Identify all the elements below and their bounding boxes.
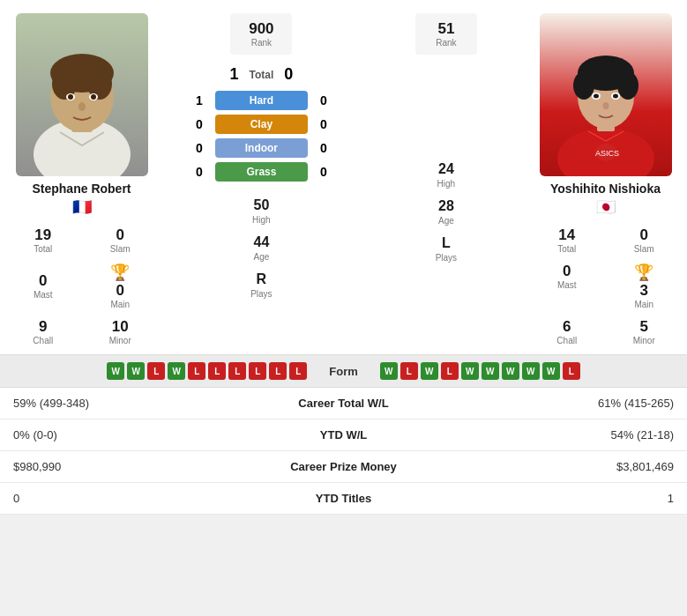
- left-form-7: L: [228, 362, 246, 380]
- surfaces-block: 1 Hard 0 0 Clay 0 0 Indoor 0: [159, 91, 364, 182]
- left-player-name: Stephane Robert: [32, 182, 131, 196]
- right-age-center: 28 Age: [438, 198, 454, 226]
- right-plays-center: L Plays: [436, 235, 457, 263]
- career-wl-left: 59% (499-348): [13, 397, 247, 410]
- right-form-9: W: [542, 362, 560, 380]
- center-left-stats: 900 Rank: [159, 13, 364, 55]
- hard-right-score: 0: [315, 93, 332, 108]
- career-wl-label: Career Total W/L: [247, 397, 441, 410]
- right-center-stats: 51 Rank 24 High 28 Age L Plays: [364, 13, 528, 350]
- career-wl-right: 61% (415-265): [441, 397, 675, 410]
- surface-indoor-row: 0 Indoor 0: [190, 138, 332, 158]
- hard-badge: Hard: [215, 91, 308, 110]
- right-high-center: 24 High: [437, 161, 456, 189]
- right-trophy-icon-area: 🏆 3 Main: [606, 258, 683, 314]
- form-center-label: Form: [316, 365, 371, 378]
- clay-right-score: 0: [315, 117, 332, 131]
- form-section: W W L W L L L L L L Form W L W L W W W W…: [0, 355, 687, 387]
- right-rank-display: 51 Rank: [415, 13, 477, 55]
- prize-money-right: $3,801,469: [441, 460, 675, 473]
- right-form-8: W: [522, 362, 540, 380]
- right-form-6: W: [482, 362, 499, 380]
- ytd-wl-label: YTD W/L: [247, 428, 441, 442]
- right-player-photo: ASICS: [540, 13, 672, 176]
- svg-point-8: [68, 94, 73, 100]
- ytd-titles-right: 1: [441, 492, 675, 505]
- left-slam-stat: 0 Slam: [82, 222, 160, 258]
- ytd-wl-left: 0% (0-0): [13, 428, 247, 442]
- svg-point-11: [78, 102, 86, 111]
- ytd-titles-row: 0 YTD Titles 1: [0, 483, 687, 515]
- clay-badge: Clay: [215, 115, 308, 134]
- ytd-titles-left: 0: [13, 492, 247, 505]
- center-extra-stats: 50 High 44 Age R Plays: [250, 190, 272, 299]
- surface-hard-row: 1 Hard 0: [190, 91, 332, 110]
- ytd-titles-label: YTD Titles: [247, 492, 441, 505]
- svg-point-20: [594, 94, 599, 99]
- svg-point-18: [617, 71, 638, 100]
- right-mast-stat: 0 Mast: [528, 258, 606, 314]
- surface-clay-row: 0 Clay 0: [190, 115, 332, 134]
- left-minor-stat: 10 Minor: [82, 314, 160, 350]
- left-form-6: L: [208, 362, 226, 380]
- prize-money-row: $980,990 Career Prize Money $3,801,469: [0, 451, 687, 483]
- left-form-4: W: [168, 362, 185, 380]
- right-extra-stats: 24 High 28 Age L Plays: [436, 154, 457, 263]
- right-form-3: W: [421, 362, 438, 380]
- total-label: Total: [250, 69, 274, 81]
- left-form-1: W: [107, 362, 124, 380]
- indoor-left-score: 0: [190, 141, 208, 155]
- svg-point-17: [573, 71, 594, 100]
- right-player-stats: 14 Total 0 Slam 0 Mast 🏆 3 Main 6: [528, 222, 683, 350]
- right-form-1: W: [380, 362, 398, 380]
- left-form-10: L: [289, 362, 307, 380]
- svg-point-23: [602, 102, 609, 109]
- right-chall-stat: 6 Chall: [528, 314, 606, 350]
- right-form-2: L: [400, 362, 418, 380]
- left-form-9: L: [269, 362, 287, 380]
- clay-left-score: 0: [190, 117, 208, 131]
- right-form-5: W: [461, 362, 479, 380]
- main-container: Stephane Robert 🇫🇷 19 Total 0 Slam 0 Mas…: [0, 0, 687, 515]
- center-block: 900 Rank 1 Total 0 1 Hard 0: [159, 13, 364, 350]
- total-right-score: 0: [284, 65, 293, 84]
- indoor-right-score: 0: [315, 141, 332, 155]
- left-form-2: W: [127, 362, 145, 380]
- left-player-photo: [16, 13, 148, 176]
- right-form-7: W: [502, 362, 519, 380]
- ytd-wl-right: 54% (21-18): [441, 428, 675, 442]
- grass-left-score: 0: [190, 165, 208, 179]
- left-high-center: 50 High: [252, 197, 271, 225]
- svg-text:ASICS: ASICS: [595, 149, 619, 158]
- left-rank-display: 900 Rank: [230, 13, 292, 55]
- left-trophy-icon: 🏆: [110, 263, 130, 282]
- prize-money-label: Career Prize Money: [247, 460, 441, 473]
- left-age-center: 44 Age: [253, 234, 269, 262]
- right-player-block: ASICS Yoshihito Nishioka 🇯🇵 14 Total 0 S…: [528, 13, 683, 350]
- total-left-score: 1: [229, 65, 238, 84]
- right-slam-stat: 0 Slam: [606, 222, 683, 258]
- left-trophy: 0 Mast: [4, 258, 82, 314]
- left-form-badges: W W L W L L L L L L: [9, 362, 316, 380]
- svg-point-22: [613, 94, 618, 99]
- left-total-stat: 19 Total: [4, 222, 82, 258]
- top-section: Stephane Robert 🇫🇷 19 Total 0 Slam 0 Mas…: [0, 0, 687, 354]
- prize-money-left: $980,990: [13, 460, 247, 473]
- right-form-4: L: [441, 362, 459, 380]
- right-minor-stat: 5 Minor: [606, 314, 683, 350]
- svg-point-10: [91, 94, 96, 100]
- left-chall-stat: 9 Chall: [4, 314, 82, 350]
- left-form-5: L: [188, 362, 205, 380]
- hard-left-score: 1: [190, 93, 208, 108]
- right-form-10: L: [563, 362, 580, 380]
- right-player-flag: 🇯🇵: [596, 197, 616, 217]
- right-total-stat: 14 Total: [528, 222, 606, 258]
- left-trophy-icon-area: 🏆 0 Main: [82, 258, 160, 314]
- left-player-block: Stephane Robert 🇫🇷 19 Total 0 Slam 0 Mas…: [4, 13, 159, 350]
- right-form-badges: W L W L W W W W W L: [371, 362, 678, 380]
- indoor-badge: Indoor: [215, 138, 308, 158]
- total-row: 1 Total 0: [229, 65, 293, 84]
- ytd-wl-row: 0% (0-0) YTD W/L 54% (21-18): [0, 419, 687, 451]
- right-player-name: Yoshihito Nishioka: [550, 182, 661, 196]
- career-wl-row: 59% (499-348) Career Total W/L 61% (415-…: [0, 388, 687, 419]
